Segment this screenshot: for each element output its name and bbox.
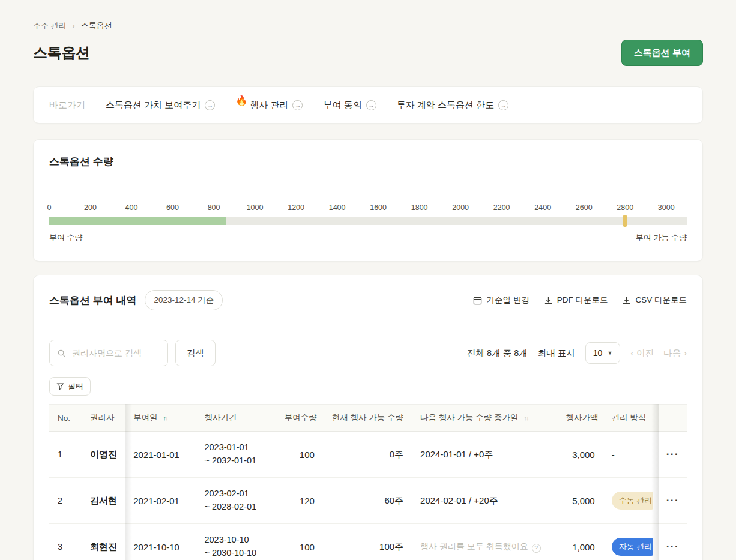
- cell-exercise-price: 1,000: [558, 524, 603, 560]
- grantable-quantity-label: 부여 가능 수량: [636, 232, 687, 243]
- table-header-row: No. 권리자 부여일 ↑↓ 행사기간 부여수량 현재 행사 가능 수량 다음 …: [49, 405, 687, 432]
- page-title: 스톡옵션: [33, 43, 90, 62]
- arrow-right-icon: →: [205, 100, 215, 110]
- scale-tick: 0: [47, 203, 52, 212]
- scale-tick: 200: [84, 203, 97, 212]
- option-quantity-card: 스톡옵션 수량 02004006008001000120014001600180…: [33, 139, 703, 262]
- row-more-button[interactable]: ···: [663, 448, 683, 461]
- download-icon: [622, 296, 631, 305]
- scale-tick: 600: [166, 203, 179, 212]
- arrow-right-icon: →: [366, 100, 376, 110]
- csv-download-button[interactable]: CSV 다운로드: [622, 295, 687, 306]
- header-actions: 기준일 변경 PDF 다운로드 CSV 다운로드: [473, 295, 687, 306]
- manual-management-badge: 수동 관리: [612, 492, 653, 510]
- breadcrumb-shareholder-management[interactable]: 주주 관리: [33, 20, 67, 31]
- chevron-left-icon: ‹: [630, 348, 633, 358]
- grants-table-wrap: No. 권리자 부여일 ↑↓ 행사기간 부여수량 현재 행사 가능 수량 다음 …: [49, 404, 687, 560]
- total-count-text: 전체 8개 중 8개: [467, 348, 528, 359]
- grants-table: No. 권리자 부여일 ↑↓ 행사기간 부여수량 현재 행사 가능 수량 다음 …: [49, 404, 687, 560]
- quantity-bar-track: [49, 217, 687, 225]
- table-row: 3 최현진 2021-10-10 2023-10-10~ 2030-10-10 …: [49, 524, 687, 560]
- cell-grant-date: 2021-10-10: [125, 524, 196, 560]
- breadcrumb-current: 스톡옵션: [81, 20, 112, 31]
- cell-holder: 이영진: [82, 432, 125, 478]
- col-next-increase-sortable[interactable]: 다음 행사 가능 수량 증가일 ↑↓: [412, 405, 557, 432]
- search-input[interactable]: [71, 348, 160, 358]
- title-row: 스톡옵션 스톡옵션 부여: [33, 40, 703, 66]
- breadcrumb: 주주 관리 › 스톡옵션: [33, 20, 703, 31]
- table-row: 2 김서현 2021-02-01 2023-02-01~ 2028-02-01 …: [49, 478, 687, 524]
- col-exercise-price: 행사가액: [558, 405, 603, 432]
- col-no: No.: [49, 405, 82, 432]
- search-button[interactable]: 검색: [175, 340, 216, 366]
- scale-tick: 1800: [411, 203, 428, 212]
- col-quantity: 부여수량: [276, 405, 323, 432]
- scale-ticks: 0200400600800100012001400160018002000220…: [49, 203, 687, 213]
- quick-link-investment-contract-limit[interactable]: 투자 계약 스톡옵션 한도 →: [397, 100, 509, 111]
- cell-exercisable: 100주: [323, 524, 412, 560]
- cell-exercise-period: 2023-01-01~ 2032-01-01: [196, 432, 276, 478]
- cell-quantity: 100: [276, 524, 323, 560]
- search-icon: [57, 349, 66, 358]
- arrow-right-icon: →: [498, 100, 508, 110]
- bar-labels: 부여 수량 부여 가능 수량: [49, 232, 687, 243]
- col-exercise-period: 행사기간: [196, 405, 276, 432]
- cell-exercise-price: 3,000: [558, 432, 603, 478]
- cell-quantity: 120: [276, 478, 323, 524]
- help-icon[interactable]: ?: [532, 544, 541, 553]
- cell-next-increase: 2024-01-01 / +0주: [412, 432, 557, 478]
- quantity-card-title: 스톡옵션 수량: [49, 155, 687, 169]
- pagination: ‹ 이전 다음 ›: [630, 348, 687, 359]
- col-grant-date-sortable[interactable]: 부여일 ↑↓: [125, 405, 196, 432]
- table-row: 1 이영진 2021-01-01 2023-01-01~ 2032-01-01 …: [49, 432, 687, 478]
- cell-no: 1: [49, 432, 82, 478]
- next-page-button[interactable]: 다음 ›: [663, 348, 687, 359]
- grant-option-button[interactable]: 스톡옵션 부여: [621, 40, 703, 66]
- sort-desc-icon: ↓: [165, 414, 167, 421]
- chevron-down-icon: ▼: [607, 350, 612, 356]
- sort-icons: ↑↓: [163, 414, 167, 421]
- cell-exercise-period: 2023-02-01~ 2028-02-01: [196, 478, 276, 524]
- cell-exercisable: 0주: [323, 432, 412, 478]
- auto-management-badge: 자동 관리: [612, 538, 653, 556]
- cell-actions: ···: [659, 478, 687, 524]
- pdf-download-button[interactable]: PDF 다운로드: [544, 295, 608, 306]
- scale-tick: 1200: [288, 203, 304, 212]
- grant-card-body: 검색 전체 8개 중 8개 최대 표시 10 ▼ ‹ 이전 다음: [34, 325, 702, 560]
- page-size-select[interactable]: 10 ▼: [585, 342, 621, 364]
- cell-quantity: 100: [276, 432, 323, 478]
- scale-tick: 400: [125, 203, 138, 212]
- quick-link-grant-consent[interactable]: 부여 동의 →: [323, 100, 376, 111]
- row-more-button[interactable]: ···: [663, 494, 683, 507]
- scale-tick: 2800: [617, 203, 633, 212]
- granted-bar: [49, 217, 226, 225]
- sort-desc-icon: ↓: [526, 414, 528, 421]
- grant-card-header: 스톡옵션 부여 내역 2023-12-14 기준 기준일 변경 PDF 다운로드…: [34, 275, 702, 325]
- granted-quantity-label: 부여 수량: [49, 232, 83, 243]
- filter-funnel-icon: [56, 382, 64, 390]
- scale-tick: 2200: [493, 203, 510, 212]
- quick-link-show-option-value[interactable]: 스톡옵션 가치 보여주기 →: [106, 100, 215, 111]
- filter-button[interactable]: 필터: [49, 377, 91, 396]
- scale-tick: 2400: [534, 203, 551, 212]
- prev-page-button[interactable]: ‹ 이전: [630, 348, 654, 359]
- quick-link-label: 투자 계약 스톡옵션 한도: [397, 100, 495, 111]
- change-base-date-button[interactable]: 기준일 변경: [473, 295, 529, 306]
- max-display-label: 최대 표시: [538, 348, 575, 359]
- quick-links-label: 바로가기: [49, 100, 85, 111]
- fire-icon: 🔥: [235, 95, 247, 106]
- cell-holder: 김서현: [82, 478, 125, 524]
- quick-link-label: 행사 관리: [250, 100, 288, 111]
- scale-tick: 2000: [452, 203, 469, 212]
- grantable-marker: [623, 215, 627, 227]
- scale-tick: 1000: [247, 203, 264, 212]
- download-icon: [544, 296, 553, 305]
- row-more-button[interactable]: ···: [663, 540, 683, 553]
- arrow-right-icon: →: [292, 100, 303, 110]
- cell-no: 3: [49, 524, 82, 560]
- cell-grant-date: 2021-02-01: [125, 478, 196, 524]
- cell-next-increase: 2024-02-01 / +20주: [412, 478, 557, 524]
- cell-grant-date: 2021-01-01: [125, 432, 196, 478]
- quick-link-exercise-management[interactable]: 🔥 행사 관리 →: [235, 100, 303, 111]
- cell-management: -: [603, 432, 659, 478]
